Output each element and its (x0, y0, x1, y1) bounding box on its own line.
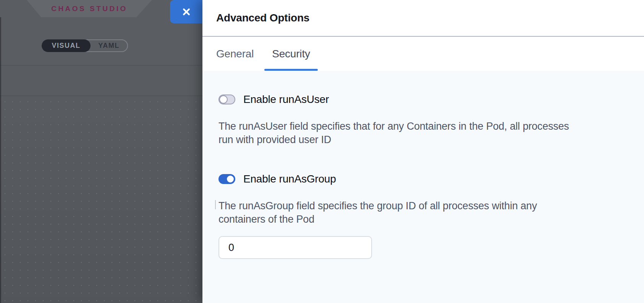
drawer-title: Advanced Options (216, 12, 309, 24)
runasgroup-id-input[interactable] (218, 236, 372, 259)
text-cursor (215, 200, 216, 209)
toggle-knob (219, 95, 228, 104)
tab-security[interactable]: Security (264, 37, 318, 71)
drawer-tabs: General Security (202, 37, 644, 71)
run-as-user-section: Enable runAsUser The runAsUser field spe… (218, 94, 626, 147)
canvas-dot-grid (0, 96, 202, 303)
view-mode-yaml[interactable]: YAML (91, 40, 127, 51)
canvas-toolbar (0, 66, 202, 96)
enable-runasuser-label: Enable runAsUser (243, 93, 329, 106)
run-as-group-section: Enable runAsGroup The runAsGroup field s… (218, 173, 626, 259)
left-edge-divider (0, 17, 1, 303)
tab-general[interactable]: General (209, 37, 261, 71)
toggle-knob (226, 175, 235, 183)
runasuser-description: The runAsUser field specifies that for a… (218, 120, 600, 147)
advanced-options-drawer: Advanced Options General Security Enable… (202, 0, 644, 303)
banner-title: CHAOS STUDIO (51, 5, 128, 13)
drawer-header: Advanced Options (202, 0, 644, 37)
close-icon (181, 7, 192, 17)
enable-runasuser-toggle[interactable] (218, 94, 235, 104)
toggle-row: Enable runAsUser (218, 94, 626, 105)
enable-runasgroup-label: Enable runAsGroup (243, 173, 336, 185)
view-mode-toggle[interactable]: VISUAL YAML (42, 39, 128, 52)
close-drawer-button[interactable] (170, 0, 202, 23)
view-mode-visual[interactable]: VISUAL (42, 39, 91, 52)
toggle-row: Enable runAsGroup (218, 173, 626, 185)
security-tab-content: Enable runAsUser The runAsUser field spe… (202, 71, 644, 303)
chaos-studio-canvas: CHAOS STUDIO VISUAL YAML (0, 0, 202, 303)
chaos-studio-banner: CHAOS STUDIO (27, 0, 152, 17)
enable-runasgroup-toggle[interactable] (218, 174, 235, 184)
runasgroup-description: The runAsGroup field specifies the group… (218, 199, 600, 226)
